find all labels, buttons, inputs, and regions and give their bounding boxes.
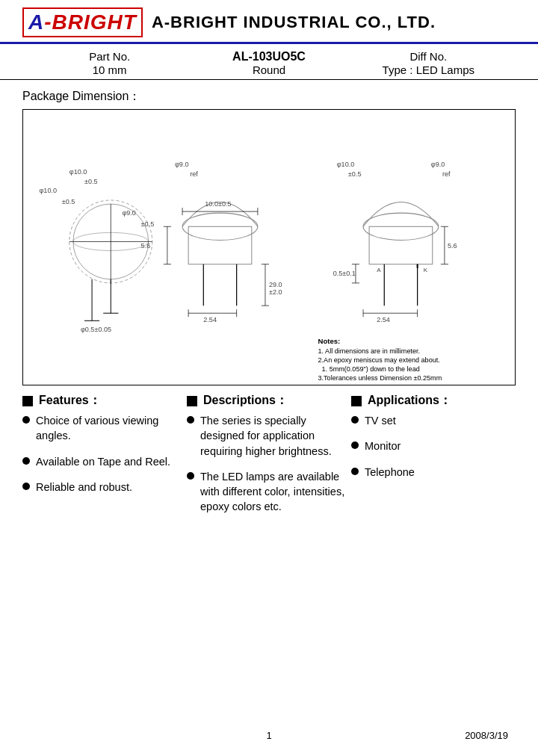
page-header: A-BRIGHT A-BRIGHT INDUSTRIAL CO., LTD. bbox=[0, 0, 538, 44]
part-no-label: Part No. bbox=[30, 50, 189, 63]
svg-text:φ9.0: φ9.0 bbox=[175, 161, 188, 168]
svg-text:φ10.0: φ10.0 bbox=[39, 187, 57, 194]
package-section: Package Dimension： φ10.0 ±0.5 φ9.0 ±0.5 bbox=[22, 89, 516, 385]
type-label: Type : LED Lamps bbox=[349, 63, 508, 76]
bullet-icon bbox=[22, 483, 30, 490]
features-header: Features： bbox=[22, 393, 187, 409]
application-text-1: TV set bbox=[365, 413, 396, 428]
svg-text:ref: ref bbox=[190, 170, 198, 178]
part-info-section: Part No. AL-103UO5C Diff No. 10 mm Round… bbox=[0, 44, 538, 80]
description-text-1: The series is specially designed for app… bbox=[200, 413, 345, 459]
svg-text:1. All dimensions are in milli: 1. All dimensions are in millimeter. bbox=[318, 347, 421, 355]
svg-text:φ9.0: φ9.0 bbox=[431, 161, 445, 168]
applications-bullet-icon bbox=[351, 396, 362, 406]
bullet-icon bbox=[187, 472, 194, 480]
descriptions-header: Descriptions： bbox=[187, 393, 351, 409]
svg-text:±0.5: ±0.5 bbox=[84, 178, 98, 185]
applications-label: Applications： bbox=[368, 393, 451, 409]
bullet-icon bbox=[22, 416, 30, 424]
section-headers: Features： Descriptions： Applications： bbox=[22, 393, 516, 409]
svg-text:A: A bbox=[377, 267, 381, 273]
logo-rest: -BRIGHT bbox=[44, 10, 137, 34]
description-item-1: The series is specially designed for app… bbox=[187, 413, 345, 459]
descriptions-column: The series is specially designed for app… bbox=[187, 413, 351, 525]
svg-text:2.54: 2.54 bbox=[203, 316, 217, 323]
application-item-1: TV set bbox=[351, 413, 510, 428]
descriptions-bullet-icon bbox=[187, 396, 197, 406]
package-title: Package Dimension： bbox=[22, 89, 516, 105]
svg-text:±0.5: ±0.5 bbox=[62, 198, 75, 205]
diagram-box: φ10.0 ±0.5 φ9.0 ±0.5 5.6 2.54 bbox=[22, 109, 516, 385]
company-logo: A-BRIGHT bbox=[22, 7, 143, 37]
bullet-icon bbox=[351, 468, 359, 475]
svg-text:φ9.0: φ9.0 bbox=[122, 209, 135, 217]
feature-item-3: Reliable and robust. bbox=[22, 480, 181, 495]
shape-value: Round bbox=[189, 63, 348, 76]
descriptions-label: Descriptions： bbox=[203, 393, 288, 409]
svg-text:Notes:: Notes: bbox=[318, 337, 341, 345]
features-column: Choice of various viewing angles. Availa… bbox=[22, 413, 187, 505]
feature-item-2: Available on Tape and Reel. bbox=[22, 454, 181, 469]
footer-date: 2008/3/19 bbox=[349, 730, 508, 741]
svg-text:ref: ref bbox=[442, 170, 451, 178]
application-item-3: Telephone bbox=[351, 465, 510, 480]
description-item-2: The LED lamps are available with differe… bbox=[187, 469, 345, 515]
svg-text:10.0±0.5: 10.0±0.5 bbox=[205, 200, 231, 208]
svg-text:29.0: 29.0 bbox=[269, 281, 282, 288]
feature-text-3: Reliable and robust. bbox=[36, 480, 132, 495]
svg-text:1. 5mm(0.059") down to the lea: 1. 5mm(0.059") down to the lead bbox=[322, 365, 420, 373]
features-section: Features： Descriptions： Applications： Ch… bbox=[22, 393, 516, 525]
features-bullet-icon bbox=[22, 396, 33, 406]
logo-a: A bbox=[28, 10, 44, 34]
feature-text-1: Choice of various viewing angles. bbox=[36, 413, 181, 444]
svg-text:φ10.0: φ10.0 bbox=[337, 161, 355, 168]
section-body: Choice of various viewing angles. Availa… bbox=[22, 413, 516, 525]
feature-text-2: Available on Tape and Reel. bbox=[36, 454, 170, 469]
svg-text:2.An epoxy meniscus may extend: 2.An epoxy meniscus may extend about. bbox=[318, 356, 440, 364]
svg-text:φ0.5±0.05: φ0.5±0.05 bbox=[81, 326, 111, 333]
bullet-icon bbox=[351, 441, 359, 449]
part-no-value: AL-103UO5C bbox=[189, 50, 348, 63]
bullet-icon bbox=[351, 416, 359, 424]
svg-text:±0.5: ±0.5 bbox=[141, 220, 155, 228]
svg-text:2.54: 2.54 bbox=[377, 316, 390, 323]
bullet-icon bbox=[22, 457, 30, 465]
svg-text:5.6: 5.6 bbox=[141, 242, 151, 250]
page-footer: 1 2008/3/19 bbox=[0, 722, 538, 749]
diff-no-label: Diff No. bbox=[349, 50, 508, 63]
svg-text:K: K bbox=[424, 267, 428, 273]
svg-text:0.5±0.1: 0.5±0.1 bbox=[333, 270, 356, 277]
company-name: A-BRIGHT INDUSTRIAL CO., LTD. bbox=[152, 13, 436, 32]
svg-text:5.6: 5.6 bbox=[448, 242, 457, 250]
svg-rect-14 bbox=[188, 226, 252, 264]
technical-diagram: φ10.0 ±0.5 φ9.0 ±0.5 5.6 2.54 bbox=[23, 110, 515, 385]
application-text-2: Monitor bbox=[365, 439, 401, 453]
bullet-icon bbox=[187, 416, 194, 424]
svg-text:±2.0: ±2.0 bbox=[269, 288, 282, 296]
svg-text:φ10.0: φ10.0 bbox=[69, 168, 87, 176]
feature-item-1: Choice of various viewing angles. bbox=[22, 413, 181, 444]
features-label: Features： bbox=[39, 393, 101, 409]
description-text-2: The LED lamps are available with differe… bbox=[200, 469, 345, 515]
svg-text:±0.5: ±0.5 bbox=[348, 170, 362, 178]
page-number: 1 bbox=[189, 730, 348, 741]
applications-header: Applications： bbox=[351, 393, 516, 409]
svg-text:3.Tolerances unless Dimension : 3.Tolerances unless Dimension ±0.25mm bbox=[318, 374, 442, 382]
svg-rect-35 bbox=[369, 226, 433, 264]
application-text-3: Telephone bbox=[365, 465, 415, 480]
applications-column: TV set Monitor Telephone bbox=[351, 413, 516, 490]
application-item-2: Monitor bbox=[351, 439, 510, 453]
size-value: 10 mm bbox=[30, 63, 189, 76]
